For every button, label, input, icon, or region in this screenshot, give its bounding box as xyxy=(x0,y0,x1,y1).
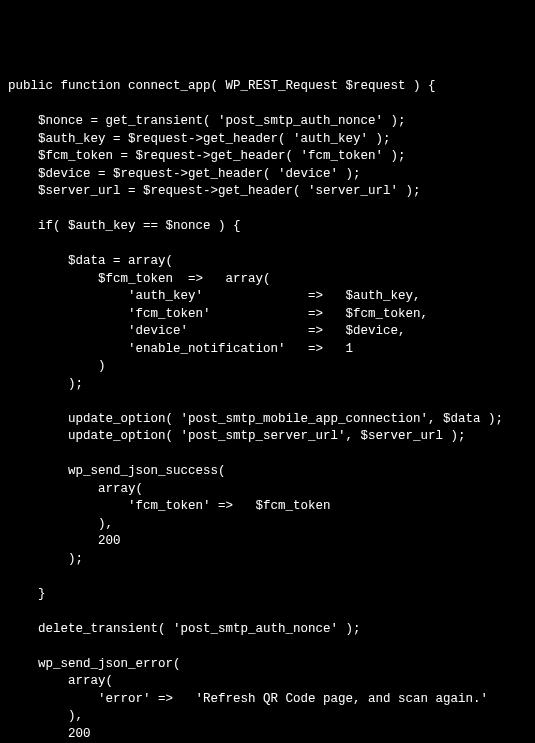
code-line: public function connect_app( WP_REST_Req… xyxy=(8,79,436,93)
code-line: ); xyxy=(8,377,83,391)
code-line: 'error' => 'Refresh QR Code page, and sc… xyxy=(8,692,488,706)
code-line: ); xyxy=(8,552,83,566)
code-line: $nonce = get_transient( 'post_smtp_auth_… xyxy=(8,114,406,128)
code-line: $data = array( xyxy=(8,254,173,268)
code-line: if( $auth_key == $nonce ) { xyxy=(8,219,241,233)
code-line: $server_url = $request->get_header( 'ser… xyxy=(8,184,421,198)
code-line: } xyxy=(8,587,46,601)
code-line: 200 xyxy=(8,534,121,548)
code-line: $fcm_token = $request->get_header( 'fcm_… xyxy=(8,149,406,163)
code-line: $device = $request->get_header( 'device'… xyxy=(8,167,361,181)
code-line: 'device' => $device, xyxy=(8,324,406,338)
code-line: ), xyxy=(8,517,113,531)
code-line: 'auth_key' => $auth_key, xyxy=(8,289,421,303)
code-line: ) xyxy=(8,359,106,373)
code-block: public function connect_app( WP_REST_Req… xyxy=(8,78,527,743)
code-line: wp_send_json_success( xyxy=(8,464,226,478)
code-line: $auth_key = $request->get_header( 'auth_… xyxy=(8,132,391,146)
code-line: ), xyxy=(8,709,83,723)
code-line: $fcm_token => array( xyxy=(8,272,271,286)
code-line: update_option( 'post_smtp_mobile_app_con… xyxy=(8,412,503,426)
code-line: delete_transient( 'post_smtp_auth_nonce'… xyxy=(8,622,361,636)
code-line: wp_send_json_error( xyxy=(8,657,181,671)
code-line: update_option( 'post_smtp_server_url', $… xyxy=(8,429,466,443)
code-line: 200 xyxy=(8,727,91,741)
code-line: array( xyxy=(8,482,143,496)
code-line: 'enable_notification' => 1 xyxy=(8,342,353,356)
code-line: 'fcm_token' => $fcm_token xyxy=(8,499,331,513)
code-line: 'fcm_token' => $fcm_token, xyxy=(8,307,428,321)
code-line: array( xyxy=(8,674,113,688)
